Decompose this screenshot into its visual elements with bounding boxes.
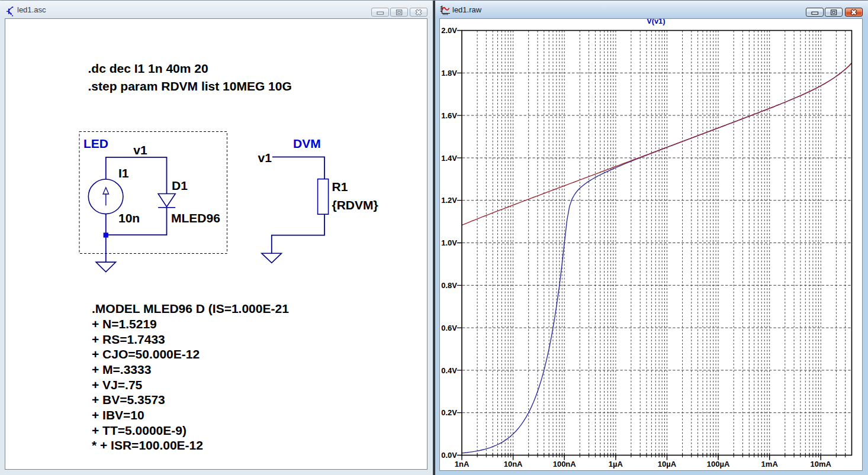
svg-text:1.4V: 1.4V <box>441 154 457 163</box>
svg-text:1.6V: 1.6V <box>441 111 457 120</box>
svg-text:0.8V: 0.8V <box>441 281 457 290</box>
svg-text:R1: R1 <box>332 180 348 193</box>
svg-text:LED: LED <box>83 137 108 150</box>
svg-text:* + ISR=100.00E-12: * + ISR=100.00E-12 <box>92 438 203 452</box>
svg-text:0.2V: 0.2V <box>441 408 457 417</box>
svg-text:10mA: 10mA <box>811 460 832 468</box>
svg-text:V(v1): V(v1) <box>647 19 665 25</box>
svg-text:.dc dec I1 1n 40m 20: .dc dec I1 1n 40m 20 <box>88 62 208 75</box>
svg-text:0.6V: 0.6V <box>441 324 457 332</box>
svg-text:10nA: 10nA <box>504 460 523 468</box>
svg-text:.step param RDVM list 10MEG 10: .step param RDVM list 10MEG 10G <box>88 79 292 93</box>
svg-text:1.8V: 1.8V <box>441 69 457 77</box>
svg-text:D1: D1 <box>172 179 188 192</box>
svg-text:+ IBV=10: + IBV=10 <box>92 408 144 422</box>
svg-text:1.2V: 1.2V <box>441 196 457 205</box>
svg-text:+ BV=5.3573: + BV=5.3573 <box>92 393 165 406</box>
svg-text:100nA: 100nA <box>553 460 577 468</box>
svg-text:+ RS=1.7433: + RS=1.7433 <box>92 332 165 346</box>
svg-text:.MODEL MLED96 D (IS=1.000E-21: .MODEL MLED96 D (IS=1.000E-21 <box>92 302 289 315</box>
svg-text:MLED96: MLED96 <box>171 211 220 225</box>
svg-text:I1: I1 <box>118 166 129 180</box>
svg-text:1.0V: 1.0V <box>441 238 457 247</box>
svg-text:DVM: DVM <box>293 137 321 150</box>
svg-text:v1: v1 <box>133 143 147 157</box>
svg-text:10µA: 10µA <box>658 460 677 468</box>
svg-text:v1: v1 <box>258 151 272 164</box>
svg-text:{RDVM}: {RDVM} <box>332 198 378 212</box>
svg-text:0.4V: 0.4V <box>441 366 457 375</box>
svg-text:10n: 10n <box>118 211 140 225</box>
svg-text:1mA: 1mA <box>761 460 779 468</box>
svg-text:+ CJO=50.000E-12: + CJO=50.000E-12 <box>92 347 200 361</box>
svg-text:1µA: 1µA <box>609 460 623 468</box>
svg-text:+ M=.3333: + M=.3333 <box>92 363 151 376</box>
svg-text:2.0V: 2.0V <box>441 26 457 35</box>
svg-text:100µA: 100µA <box>707 460 730 468</box>
svg-text:0.0V: 0.0V <box>441 451 457 460</box>
svg-text:+ VJ=.75: + VJ=.75 <box>92 378 143 392</box>
svg-text:+ N=1.5219: + N=1.5219 <box>92 317 157 331</box>
svg-text:1nA: 1nA <box>455 460 470 468</box>
svg-text:+ TT=5.0000E-9): + TT=5.0000E-9) <box>92 424 187 437</box>
